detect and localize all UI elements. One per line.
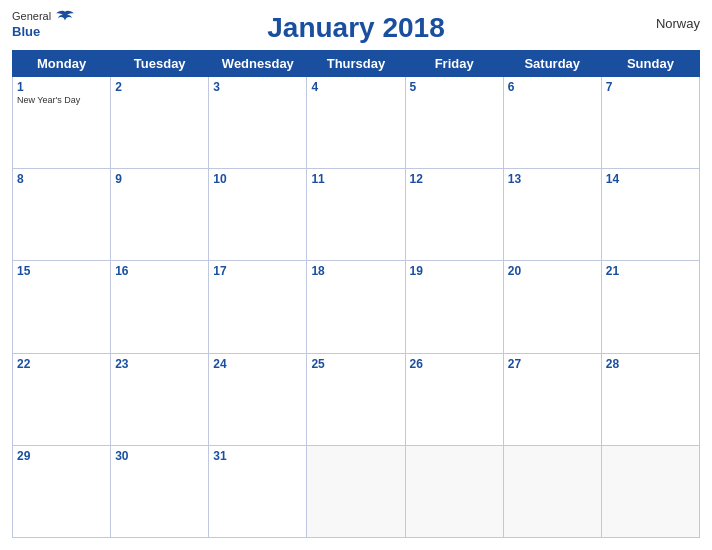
calendar-wrapper: General Blue January 2018 Norway Monday … — [0, 0, 712, 550]
calendar-cell: 26 — [405, 353, 503, 445]
calendar-cell: 10 — [209, 169, 307, 261]
col-tuesday: Tuesday — [111, 51, 209, 77]
calendar-cell: 1New Year's Day — [13, 77, 111, 169]
col-saturday: Saturday — [503, 51, 601, 77]
days-of-week-row: Monday Tuesday Wednesday Thursday Friday… — [13, 51, 700, 77]
calendar-cell: 16 — [111, 261, 209, 353]
calendar-cell: 7 — [601, 77, 699, 169]
logo-general-text: General — [12, 10, 74, 24]
day-number: 26 — [410, 357, 499, 371]
calendar-cell: 31 — [209, 445, 307, 537]
day-number: 27 — [508, 357, 597, 371]
calendar-title: January 2018 — [267, 12, 444, 44]
calendar-cell: 30 — [111, 445, 209, 537]
calendar-cell: 27 — [503, 353, 601, 445]
calendar-cell: 3 — [209, 77, 307, 169]
logo-blue-text: Blue — [12, 24, 40, 40]
calendar-header: General Blue January 2018 Norway — [12, 8, 700, 44]
col-monday: Monday — [13, 51, 111, 77]
calendar-cell: 24 — [209, 353, 307, 445]
day-number: 2 — [115, 80, 204, 94]
calendar-cell — [405, 445, 503, 537]
calendar-cell: 2 — [111, 77, 209, 169]
day-number: 16 — [115, 264, 204, 278]
calendar-cell: 4 — [307, 77, 405, 169]
logo-bird-icon — [56, 10, 74, 24]
calendar-cell — [307, 445, 405, 537]
calendar-cell: 11 — [307, 169, 405, 261]
col-sunday: Sunday — [601, 51, 699, 77]
day-number: 15 — [17, 264, 106, 278]
day-number: 11 — [311, 172, 400, 186]
day-number: 5 — [410, 80, 499, 94]
day-number: 20 — [508, 264, 597, 278]
day-number: 18 — [311, 264, 400, 278]
calendar-cell: 19 — [405, 261, 503, 353]
calendar-cell: 29 — [13, 445, 111, 537]
day-number: 10 — [213, 172, 302, 186]
day-number: 30 — [115, 449, 204, 463]
day-number: 28 — [606, 357, 695, 371]
day-number: 6 — [508, 80, 597, 94]
col-friday: Friday — [405, 51, 503, 77]
calendar-cell: 13 — [503, 169, 601, 261]
calendar-cell — [503, 445, 601, 537]
day-number: 1 — [17, 80, 106, 94]
calendar-cell: 25 — [307, 353, 405, 445]
logo: General Blue — [12, 10, 74, 40]
day-number: 7 — [606, 80, 695, 94]
day-number: 17 — [213, 264, 302, 278]
week-row-1: 1New Year's Day234567 — [13, 77, 700, 169]
holiday-label: New Year's Day — [17, 95, 106, 106]
calendar-cell: 23 — [111, 353, 209, 445]
calendar-cell — [601, 445, 699, 537]
day-number: 19 — [410, 264, 499, 278]
calendar-cell: 14 — [601, 169, 699, 261]
calendar-cell: 5 — [405, 77, 503, 169]
day-number: 14 — [606, 172, 695, 186]
day-number: 3 — [213, 80, 302, 94]
day-number: 29 — [17, 449, 106, 463]
calendar-cell: 20 — [503, 261, 601, 353]
calendar-cell: 9 — [111, 169, 209, 261]
calendar-country: Norway — [656, 16, 700, 31]
calendar-body: 1New Year's Day2345678910111213141516171… — [13, 77, 700, 538]
calendar-table: Monday Tuesday Wednesday Thursday Friday… — [12, 50, 700, 538]
day-number: 31 — [213, 449, 302, 463]
day-number: 24 — [213, 357, 302, 371]
day-number: 12 — [410, 172, 499, 186]
day-number: 13 — [508, 172, 597, 186]
calendar-cell: 8 — [13, 169, 111, 261]
calendar-cell: 6 — [503, 77, 601, 169]
calendar-cell: 18 — [307, 261, 405, 353]
calendar-cell: 17 — [209, 261, 307, 353]
day-number: 25 — [311, 357, 400, 371]
col-thursday: Thursday — [307, 51, 405, 77]
calendar-cell: 15 — [13, 261, 111, 353]
day-number: 9 — [115, 172, 204, 186]
calendar-cell: 12 — [405, 169, 503, 261]
day-number: 8 — [17, 172, 106, 186]
day-number: 21 — [606, 264, 695, 278]
week-row-3: 15161718192021 — [13, 261, 700, 353]
day-number: 22 — [17, 357, 106, 371]
week-row-4: 22232425262728 — [13, 353, 700, 445]
day-number: 4 — [311, 80, 400, 94]
week-row-2: 891011121314 — [13, 169, 700, 261]
calendar-cell: 28 — [601, 353, 699, 445]
calendar-cell: 22 — [13, 353, 111, 445]
week-row-5: 293031 — [13, 445, 700, 537]
calendar-cell: 21 — [601, 261, 699, 353]
col-wednesday: Wednesday — [209, 51, 307, 77]
day-number: 23 — [115, 357, 204, 371]
